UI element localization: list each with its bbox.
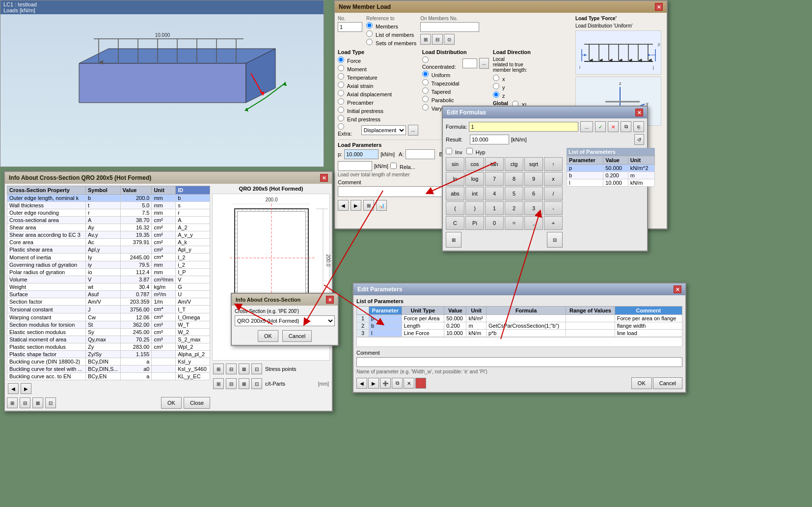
calc-log[interactable]: log <box>465 172 484 186</box>
formula-check[interactable]: ✓ <box>595 121 606 132</box>
end-prestress-radio[interactable] <box>338 115 344 121</box>
cs-close[interactable]: Close <box>184 397 210 409</box>
p-btn[interactable]: ... <box>479 58 489 69</box>
calc-9[interactable]: 9 <box>524 172 543 186</box>
p-input[interactable] <box>344 149 379 159</box>
calc-x[interactable]: x <box>544 172 563 186</box>
calc-plus[interactable]: + <box>544 216 563 230</box>
z-radio[interactable] <box>493 91 499 98</box>
rel-checkbox[interactable] <box>390 163 397 169</box>
calc-sqrt[interactable]: sqrt <box>524 157 543 171</box>
ct-btn2[interactable]: ⊟ <box>226 378 237 389</box>
calc-icon1[interactable]: ⊞ <box>446 232 461 248</box>
edit-params-close[interactable]: ✕ <box>674 285 681 293</box>
temp-radio[interactable] <box>338 73 344 80</box>
extra-radio[interactable] <box>338 123 344 130</box>
calc-0[interactable]: 0 <box>485 216 504 230</box>
ct-btn3[interactable]: ⊠ <box>239 378 249 389</box>
ep-alert[interactable]: ❗ <box>415 378 426 389</box>
varying-radio[interactable] <box>422 104 429 111</box>
sets-members-radio-label[interactable]: Sets of members <box>366 39 416 46</box>
formula-input[interactable] <box>469 122 578 132</box>
cs-btn3[interactable]: ⊠ <box>32 397 43 408</box>
calc-pi[interactable]: Pi <box>465 216 484 230</box>
cs-small-cancel[interactable]: Cancel <box>282 330 312 342</box>
formula-ellipsis[interactable]: ... <box>580 121 593 132</box>
tapered-radio[interactable] <box>422 87 429 94</box>
info-cs-close[interactable]: ✕ <box>320 174 328 182</box>
axial-strain-radio[interactable] <box>338 82 344 88</box>
stress-btn4[interactable]: ⊡ <box>251 364 262 374</box>
calc-icon2[interactable]: ⊟ <box>547 232 563 248</box>
precamber-radio[interactable] <box>338 98 344 105</box>
calc-2[interactable]: 2 <box>505 201 523 215</box>
stress-btn2[interactable]: ⊟ <box>226 364 237 374</box>
ep-del[interactable]: ✕ <box>404 378 414 389</box>
calc-int[interactable]: int <box>465 187 484 200</box>
formula-x[interactable]: ✕ <box>608 121 619 132</box>
ep-cancel[interactable]: Cancel <box>653 377 682 389</box>
sets-members-radio[interactable] <box>366 39 373 45</box>
members-radio[interactable] <box>366 22 373 28</box>
calc-cos[interactable]: cos <box>465 157 484 171</box>
calc-1[interactable]: 1 <box>485 201 504 215</box>
on-members-input[interactable] <box>420 22 479 32</box>
calc-3[interactable]: 3 <box>524 201 543 215</box>
stress-btn1[interactable]: ⊞ <box>213 364 224 374</box>
parabolic-radio[interactable] <box>422 96 429 102</box>
calc-ctg[interactable]: ctg <box>505 157 523 171</box>
calc-abs[interactable]: abs <box>446 187 464 200</box>
toolbar-fwd[interactable]: ▶ <box>351 200 361 211</box>
cs-fwd[interactable]: ▶ <box>21 383 31 394</box>
calc-7[interactable]: 7 <box>485 172 504 186</box>
uniform-radio[interactable] <box>422 71 429 77</box>
inv-checkbox[interactable] <box>446 148 452 154</box>
toolbar-grid[interactable]: ⊞ <box>363 200 374 211</box>
members-btn2[interactable]: ⊟ <box>432 34 443 45</box>
calc-comma[interactable]: , <box>524 216 543 230</box>
stress-btn3[interactable]: ⊠ <box>239 364 249 374</box>
axial-disp-radio[interactable] <box>338 90 344 96</box>
x-radio[interactable] <box>493 75 499 81</box>
calc-up[interactable]: ↑ <box>544 157 563 171</box>
ep-back[interactable]: ◀ <box>356 378 367 389</box>
new-member-load-close[interactable]: ✕ <box>655 3 663 11</box>
list-members-radio[interactable] <box>366 30 373 37</box>
formula-paste[interactable]: ⎗ <box>633 121 644 132</box>
members-btn3[interactable]: ⊙ <box>444 34 455 45</box>
info-cs-small-close[interactable]: ✕ <box>326 296 334 304</box>
calc-5[interactable]: 5 <box>505 187 523 200</box>
cs-back[interactable]: ◀ <box>8 383 19 394</box>
cs-btn1[interactable]: ⊞ <box>7 397 18 408</box>
extra-btn[interactable]: ... <box>408 125 418 136</box>
trapezoidal-radio[interactable] <box>422 79 429 85</box>
calc-c[interactable]: C <box>446 216 464 230</box>
edit-formulas-close[interactable]: ✕ <box>635 109 643 116</box>
extra-select[interactable]: Displacement <box>361 125 406 135</box>
calc-sin[interactable]: sin <box>446 157 464 171</box>
calc-6[interactable]: 6 <box>524 187 543 200</box>
ep-ok[interactable]: OK <box>631 377 652 389</box>
cs-small-ok[interactable]: OK <box>258 330 278 342</box>
calc-minus[interactable]: - <box>544 201 563 215</box>
cs-ok[interactable]: OK <box>161 397 182 409</box>
force-radio[interactable] <box>338 56 344 63</box>
calc-eq[interactable]: = <box>505 216 523 230</box>
init-prestress-radio[interactable] <box>338 107 344 113</box>
concentrated-radio[interactable] <box>422 56 429 63</box>
cs-btn4[interactable]: ⊡ <box>45 397 56 408</box>
moment-radio[interactable] <box>338 65 344 71</box>
calc-rp[interactable]: ) <box>465 201 484 215</box>
p2-input[interactable] <box>338 161 372 171</box>
calc-div[interactable]: / <box>544 187 563 200</box>
a-input[interactable] <box>406 149 435 159</box>
cs-small-select[interactable]: QRO 200x5 (Hot Formed) <box>235 315 335 326</box>
calc-4[interactable]: 4 <box>485 187 504 200</box>
ep-add[interactable]: ➕ <box>380 378 391 389</box>
ep-comment-input[interactable] <box>356 357 682 367</box>
members-btn1[interactable]: ⊞ <box>420 34 431 45</box>
calc-lp[interactable]: ( <box>446 201 464 215</box>
no-input[interactable] <box>338 22 362 32</box>
ep-fwd[interactable]: ▶ <box>368 378 379 389</box>
toolbar-graph[interactable]: 📊 <box>376 200 387 211</box>
